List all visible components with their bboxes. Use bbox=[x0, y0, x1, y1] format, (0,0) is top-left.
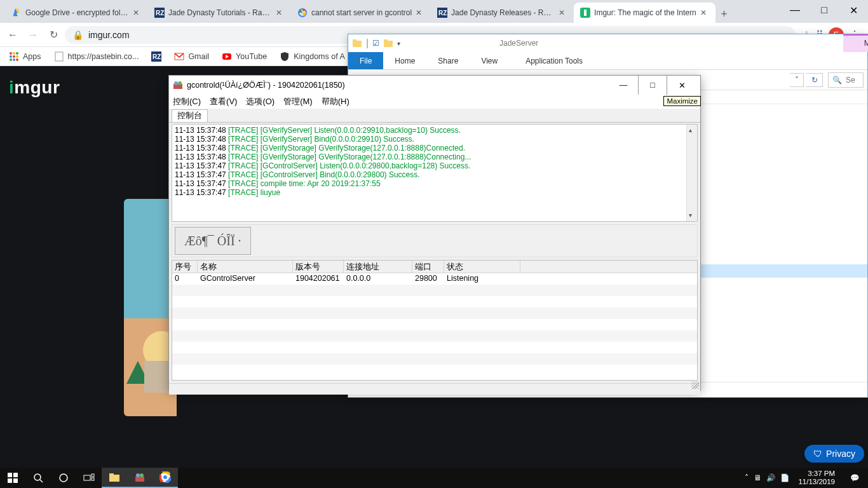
refresh-button[interactable]: ↻ bbox=[806, 73, 823, 87]
folder-icon bbox=[352, 38, 362, 48]
log-line: 11-13 15:37:47 [TRACE] liuyue bbox=[175, 188, 695, 197]
window-title: gcontrold(¹ÜÀí¿ØÖÆÌ¨) - 1904202061(1850) bbox=[187, 81, 609, 90]
close-icon[interactable]: ✕ bbox=[700, 8, 709, 17]
bookmark-gmail[interactable]: Gmail bbox=[169, 50, 214, 63]
folder-icon[interactable] bbox=[383, 38, 393, 48]
bookmark-pastebin[interactable]: https://pastebin.co... bbox=[49, 50, 144, 63]
grid-col-header[interactable]: 连接地址 bbox=[344, 261, 412, 273]
grid-col-header[interactable]: 名称 bbox=[198, 261, 293, 273]
close-button[interactable]: ✕ bbox=[839, 0, 868, 20]
maximize-button[interactable]: □ bbox=[810, 0, 839, 20]
console-output[interactable]: 11-13 15:37:48 [TRACE] [GVerifyServer] L… bbox=[172, 124, 698, 222]
menu-item[interactable]: 查看(V) bbox=[210, 96, 237, 107]
gcontrold-titlebar[interactable]: gcontrold(¹ÜÀí¿ØÖÆÌ¨) - 1904202061(1850)… bbox=[169, 76, 700, 95]
start-game-button[interactable]: Æô¶¯ ÓÎÏ · bbox=[175, 227, 251, 255]
close-icon[interactable]: ✕ bbox=[416, 8, 424, 17]
maximize-tooltip: Maximize bbox=[663, 96, 701, 106]
close-icon[interactable]: ✕ bbox=[559, 8, 567, 17]
qat-props-icon[interactable]: ☑ bbox=[372, 39, 379, 48]
svg-rect-43 bbox=[109, 473, 114, 475]
shield-icon bbox=[280, 51, 290, 62]
ribbon-file-tab[interactable]: File bbox=[348, 52, 383, 69]
taskbar-clock[interactable]: 3:37 PM 11/13/2019 bbox=[794, 470, 839, 486]
forward-button[interactable]: → bbox=[24, 26, 42, 44]
tray-overflow-icon[interactable]: ˄ bbox=[745, 473, 749, 482]
taskbar-explorer[interactable] bbox=[102, 468, 127, 488]
close-icon[interactable]: ✕ bbox=[276, 8, 285, 17]
minimize-button[interactable]: — bbox=[780, 0, 810, 20]
bookmark-label: Gmail bbox=[188, 52, 209, 61]
task-view-button[interactable] bbox=[76, 468, 102, 488]
window-controls: — □ ✕ bbox=[780, 0, 868, 20]
svg-point-36 bbox=[34, 474, 41, 480]
log-line: 11-13 15:37:47 [TRACE] [GControlServer] … bbox=[175, 170, 695, 179]
ribbon-apptools-tab[interactable]: Application Tools bbox=[514, 57, 594, 65]
quick-access-toolbar: | ☑ ▾ bbox=[348, 34, 494, 52]
back-button[interactable]: ← bbox=[4, 26, 22, 44]
bookmark-rz[interactable]: RZ bbox=[146, 50, 166, 63]
search-button[interactable] bbox=[25, 468, 51, 488]
tray-volume-icon[interactable]: 🔊 bbox=[766, 473, 775, 482]
cortana-button[interactable] bbox=[51, 468, 76, 488]
maximize-button[interactable]: □ bbox=[638, 76, 667, 95]
grid-col-header[interactable]: 端口 bbox=[412, 261, 444, 273]
log-line: 11-13 15:37:48 [TRACE] [GVerifyStorage] … bbox=[175, 144, 695, 152]
bookmark-koa[interactable]: Kingdoms of A bbox=[275, 50, 350, 63]
imgur-logo[interactable]: imgur bbox=[9, 78, 60, 98]
grid-cell: 1904202061 bbox=[293, 273, 344, 285]
start-button[interactable] bbox=[0, 468, 25, 488]
tray-lang-icon[interactable]: 📄 bbox=[780, 473, 789, 482]
bookmark-youtube[interactable]: YouTube bbox=[217, 50, 272, 63]
minimize-button[interactable]: — bbox=[609, 76, 638, 95]
gmail-icon bbox=[174, 51, 184, 62]
console-tab[interactable]: 控制台 bbox=[172, 109, 208, 122]
log-line: 11-13 15:37:48 [TRACE] [GVerifyServer] L… bbox=[175, 126, 695, 135]
contextual-tab-group: Manage bbox=[843, 34, 868, 70]
ribbon-share-tab[interactable]: Share bbox=[426, 57, 470, 65]
explorer-ribbon: File Home Share View Application Tools bbox=[348, 52, 867, 70]
browser-tab-4[interactable]: Imgur: The magic of the Intern ✕ bbox=[574, 3, 715, 23]
browser-tab-1[interactable]: RZ Jade Dynasty Tutorials - RaGEZ ✕ bbox=[148, 3, 291, 23]
bookmark-apps[interactable]: Apps bbox=[4, 50, 46, 63]
grid-row[interactable]: 0GControlServer19042020610.0.0.029800Lis… bbox=[172, 273, 697, 285]
explorer-titlebar[interactable]: | ☑ ▾ Manage JadeServer bbox=[348, 34, 867, 52]
browser-tab-2[interactable]: cannot start server in gcontrol ✕ bbox=[291, 3, 431, 23]
menu-item[interactable]: 控制(C) bbox=[173, 96, 201, 107]
taskbar-app[interactable] bbox=[127, 468, 153, 488]
browser-tab-3[interactable]: RZ Jade Dynasty Releases - RaGEZ ✕ bbox=[431, 3, 574, 23]
grid-col-header[interactable]: 版本号 bbox=[293, 261, 344, 273]
svg-point-10 bbox=[10, 52, 12, 55]
grid-col-header[interactable]: 状态 bbox=[444, 261, 520, 273]
log-line: 11-13 15:37:48 [TRACE] [GVerifyServer] B… bbox=[175, 135, 695, 144]
resize-grip[interactable] bbox=[691, 381, 699, 389]
svg-rect-9 bbox=[584, 10, 587, 16]
menu-item[interactable]: 管理(M) bbox=[283, 96, 313, 107]
path-dropdown-icon[interactable]: ˅ bbox=[790, 73, 804, 87]
taskbar-chrome[interactable] bbox=[153, 468, 178, 488]
lock-icon: 🔒 bbox=[72, 30, 83, 40]
url-text: imgur.com bbox=[88, 30, 130, 40]
close-button[interactable]: ✕ bbox=[667, 76, 696, 95]
svg-point-31 bbox=[178, 81, 182, 85]
browser-tab-0[interactable]: Google Drive - encrypted folder ✕ bbox=[5, 3, 148, 23]
close-icon[interactable]: ✕ bbox=[133, 8, 142, 17]
tray-network-icon[interactable]: 🖥 bbox=[754, 474, 761, 482]
windows-taskbar: ˄ 🖥 🔊 📄 3:37 PM 11/13/2019 💬 bbox=[0, 468, 868, 488]
imgur-icon bbox=[580, 8, 590, 18]
menu-item[interactable]: 帮助(H) bbox=[322, 96, 349, 107]
svg-point-15 bbox=[16, 55, 18, 58]
scrollbar[interactable] bbox=[686, 125, 697, 221]
search-box[interactable]: 🔍 Se bbox=[828, 72, 864, 88]
grid-col-header[interactable]: 序号 bbox=[172, 261, 198, 273]
ribbon-home-tab[interactable]: Home bbox=[383, 57, 426, 65]
action-center-icon[interactable]: 💬 bbox=[844, 468, 865, 488]
reload-button[interactable]: ↻ bbox=[44, 26, 62, 44]
ribbon-view-tab[interactable]: View bbox=[470, 57, 509, 65]
qat-dropdown-icon[interactable]: ▾ bbox=[397, 40, 400, 47]
manage-tab-header[interactable]: Manage bbox=[843, 34, 868, 52]
svg-rect-33 bbox=[13, 473, 18, 477]
new-tab-button[interactable]: + bbox=[715, 5, 733, 23]
privacy-button[interactable]: 🛡 Privacy bbox=[804, 445, 864, 463]
menu-item[interactable]: 选项(O) bbox=[246, 96, 275, 107]
svg-rect-19 bbox=[55, 52, 63, 61]
